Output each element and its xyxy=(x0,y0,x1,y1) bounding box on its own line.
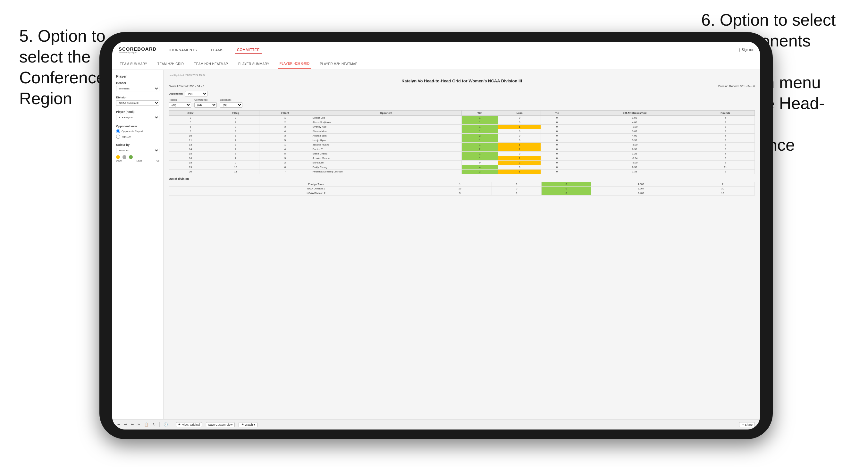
share-label: Share xyxy=(745,423,752,426)
table-cell: 0.30 xyxy=(573,165,696,169)
table-cell: 10 xyxy=(169,134,212,138)
filter-opponent-select[interactable]: (All) xyxy=(220,102,242,108)
table-cell: 6 xyxy=(169,125,212,129)
sub-nav-team-h2h-grid[interactable]: TEAM H2H GRID xyxy=(156,60,185,68)
ood-cell: 0 xyxy=(541,182,591,187)
ood-cell: 0 xyxy=(492,191,541,195)
redo-icon[interactable]: ↪ xyxy=(131,423,134,427)
sub-nav-player-h2h-grid[interactable]: PLAYER H2H GRID xyxy=(278,59,311,69)
sidebar-division-label: Division xyxy=(116,96,159,99)
filter-section: Opponents: (All) Region (All) xyxy=(169,91,755,108)
filter-opponents-select[interactable]: (All) xyxy=(185,91,208,96)
th-rounds: Rounds xyxy=(696,111,755,116)
ood-cell: Foreign Team xyxy=(204,182,428,187)
sign-out-link[interactable]: Sign out xyxy=(742,48,753,52)
filter-region-select[interactable]: (All) xyxy=(169,102,191,108)
sub-nav-team-summary[interactable]: TEAM SUMMARY xyxy=(119,60,149,68)
table-cell: 0 xyxy=(541,152,573,156)
scissors-icon[interactable]: ✂ xyxy=(137,423,141,427)
undo-icon[interactable]: ↩ xyxy=(117,423,120,427)
filter-conference-label: Conference xyxy=(194,98,217,101)
division-record: Division Record: 331 - 34 - 6 xyxy=(718,85,755,88)
colour-label-down: Down xyxy=(116,160,122,162)
sidebar-radio-top100-input[interactable] xyxy=(116,135,120,139)
ood-cell: 0 xyxy=(541,187,591,191)
share-btn[interactable]: ↗ Share xyxy=(739,422,755,427)
table-row: 1063Andrea York2004.004 xyxy=(169,134,755,138)
sidebar-colour-select[interactable]: Win/loss xyxy=(116,148,159,153)
ood-cell xyxy=(169,191,204,195)
sub-nav-team-h2h-heatmap[interactable]: TEAM H2H HEATMAP xyxy=(193,60,229,68)
table-row: 19106Emily Chang4000.3011 xyxy=(169,165,755,169)
ood-cell: 10 xyxy=(691,191,754,195)
sidebar-radio-top100[interactable]: Top 100 xyxy=(116,135,159,139)
table-cell: 3 xyxy=(259,156,311,161)
table-cell: 6 xyxy=(696,169,755,174)
colour-labels: Down Level Up xyxy=(116,160,159,162)
table-cell: 0 xyxy=(541,129,573,134)
save-custom-view-btn[interactable]: Save Custom View xyxy=(206,422,235,427)
table-cell: 7 xyxy=(696,156,755,161)
table-cell: 10 xyxy=(212,165,259,169)
th-win: Win xyxy=(461,111,498,116)
table-cell: 1 xyxy=(498,125,541,129)
report-title: Katelyn Vo Head-to-Head Grid for Women's… xyxy=(169,79,755,83)
colour-dots xyxy=(116,155,159,159)
dot-level xyxy=(123,155,126,159)
sidebar: Player Gender Women's Men's Division NCA… xyxy=(112,70,163,419)
ood-table-row: Foreign Team1004.5002 xyxy=(169,182,755,187)
table-cell: 4 xyxy=(696,134,755,138)
sidebar-radio-opponents-played[interactable]: Opponents Played xyxy=(116,129,159,133)
undo2-icon[interactable]: ↩ xyxy=(124,423,127,427)
table-cell: -0.94 xyxy=(573,156,696,161)
table-cell: 0 xyxy=(498,134,541,138)
nav-item-tournaments[interactable]: TOURNAMENTS xyxy=(166,47,199,53)
watch-btn[interactable]: 👁 Watch ▾ xyxy=(239,422,257,427)
nav-bar: SCOREBOARD Powered by clippd TOURNAMENTS… xyxy=(112,42,760,58)
sidebar-radio-top100-label: Top 100 xyxy=(122,135,130,138)
table-cell: 1 xyxy=(259,116,311,120)
record-row: Overall Record: 353 - 34 - 6 Division Re… xyxy=(169,85,755,88)
table-cell: 1 xyxy=(259,143,311,147)
table-cell: 1.25 xyxy=(573,152,696,156)
overall-record: Overall Record: 353 - 34 - 6 xyxy=(169,85,204,88)
table-row: 522Alexis Sudjianto1004.003 xyxy=(169,120,755,125)
table-cell: 8 xyxy=(212,152,259,156)
th-diff: Diff Av Strokes/Rnd xyxy=(573,111,696,116)
rotate-icon[interactable]: ↻ xyxy=(153,423,156,427)
table-cell: 2 xyxy=(259,120,311,125)
sidebar-radio-opponents-played-label: Opponents Played xyxy=(122,130,143,133)
sidebar-radio-opponents-played-input[interactable] xyxy=(116,129,120,133)
ood-table-body: Foreign Team1004.5002NAIA Division 11500… xyxy=(169,182,755,195)
main-data-table: # Div # Reg # Conf Opponent Win Loss Tie… xyxy=(169,110,755,174)
clock-icon[interactable]: 🕐 xyxy=(163,423,168,427)
nav-sign-out: | Sign out xyxy=(739,48,753,52)
table-cell: 3 xyxy=(259,134,311,138)
table-cell: 0 xyxy=(541,169,573,174)
filter-conference-select[interactable]: (All) xyxy=(194,102,217,108)
table-cell: 4 xyxy=(259,147,311,152)
ood-table-row: NCAA Division 25007.40010 xyxy=(169,191,755,195)
filter-opponent-label: Opponent xyxy=(220,98,242,101)
sub-nav-player-h2h-heatmap[interactable]: PLAYER H2H HEATMAP xyxy=(319,60,359,68)
ood-cell: 7.400 xyxy=(591,191,691,195)
content-panel: Last Updated: 27/03/2024 15:34 Katelyn V… xyxy=(163,70,760,419)
table-cell: Stella Cheng xyxy=(311,152,461,156)
filter-opponents-group: Opponents: (All) xyxy=(169,91,208,96)
nav-item-committee[interactable]: COMMITTEE xyxy=(235,46,262,54)
filter-details-row: Region (All) Conference (All) xyxy=(169,98,755,108)
sidebar-division-select[interactable]: NCAA Division III NCAA Division I NCAA D… xyxy=(116,100,159,106)
table-cell: 19 xyxy=(169,165,212,169)
view-original-btn[interactable]: 👁 View: Original xyxy=(176,422,202,427)
table-cell: Sydney Kuo xyxy=(311,125,461,129)
paste-icon[interactable]: 📋 xyxy=(144,423,149,427)
table-row: 20117Federica Domecq Lacroze2101.336 xyxy=(169,169,755,174)
nav-item-teams[interactable]: TEAMS xyxy=(209,47,225,53)
sidebar-gender-select[interactable]: Women's Men's xyxy=(116,86,159,91)
table-cell: 2 xyxy=(461,147,498,152)
watch-label: Watch xyxy=(245,423,253,426)
table-cell: 3 xyxy=(259,125,311,129)
sidebar-player-rank-select[interactable]: 8. Katelyn Vo xyxy=(116,115,159,120)
sub-nav-player-summary[interactable]: PLAYER SUMMARY xyxy=(237,60,271,68)
table-cell: 1 xyxy=(461,138,498,143)
